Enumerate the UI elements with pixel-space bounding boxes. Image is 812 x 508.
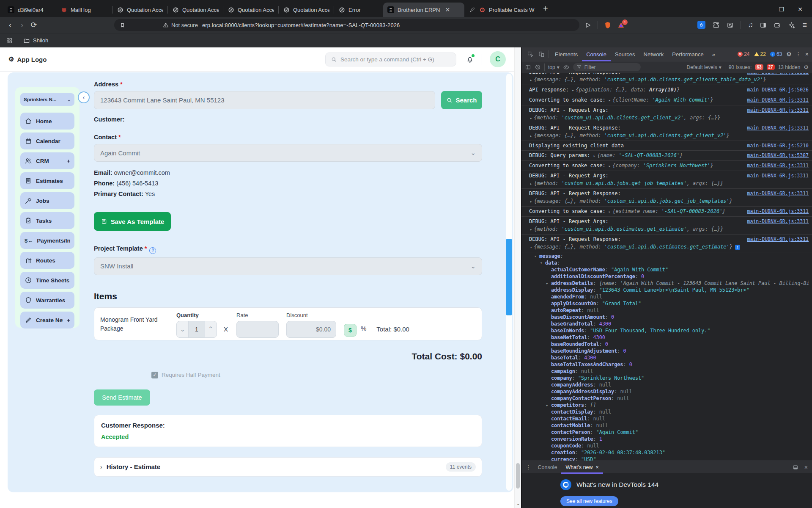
notifications-bell[interactable] (466, 55, 474, 64)
quantity-decrease-button[interactable]: ⌄ (177, 321, 188, 337)
search-button[interactable]: Search (441, 91, 482, 109)
discount-dollar-toggle[interactable]: $ (344, 324, 357, 337)
console-filter-input[interactable]: Filter (573, 63, 641, 71)
object-property[interactable]: companyAddressDisplay: null (529, 388, 809, 395)
object-property[interactable]: baseRoundingAdjustment: 0 (529, 348, 809, 354)
scrollbar-thumb[interactable] (516, 463, 520, 489)
object-property[interactable]: contactEmail: null (529, 415, 809, 422)
forward-button[interactable]: › (16, 21, 28, 30)
apps-grid-icon[interactable] (6, 37, 13, 44)
source-link[interactable]: main-DUBNX-6R.js:3311 (747, 96, 809, 104)
console-object-tree[interactable]: ▾ message: ▾ data:actualCustomerName: "A… (521, 252, 812, 461)
device-toolbar-icon[interactable] (536, 51, 547, 58)
inspect-element-icon[interactable] (525, 51, 536, 58)
expand-arrow-icon[interactable]: ▾ (540, 260, 542, 266)
reload-button[interactable]: ⟳ (28, 20, 40, 30)
address-input[interactable]: 123643 Commit Lane Saint Paul, MN 55123 (94, 91, 435, 109)
see-all-features-button[interactable]: See all new features (560, 496, 618, 506)
source-link[interactable]: main-DUBNX-6R.js:3311 (747, 207, 809, 215)
source-link[interactable]: main-DUBNX-6R.js:3311 (747, 162, 809, 170)
console-message[interactable]: DEBUG: API - Request Response:main-DUBNX… (521, 189, 812, 207)
quantity-increase-button[interactable]: ⌃ (205, 321, 217, 337)
window-minimize-button[interactable]: — (760, 6, 765, 13)
sidebar-item-estimates[interactable]: Estimates (20, 172, 74, 189)
console-message[interactable]: Converting to snake case: ▸{company: 'Sp… (521, 161, 812, 171)
console-message[interactable]: API response: ▸{pagination: {…}, data: A… (521, 85, 812, 95)
console-warnings-badge[interactable]: 22 (754, 51, 766, 57)
browser-tab[interactable]: Error (334, 3, 383, 17)
quantity-value[interactable]: 1 (188, 321, 205, 337)
object-property[interactable]: campaign: null (529, 368, 809, 375)
browser-tab[interactable]: Quotation Accepted (223, 3, 278, 17)
console-message[interactable]: DEBUG: API - Request Args:main-DUBNX-6R.… (521, 217, 812, 235)
expand-arrow-icon[interactable]: ▾ (534, 253, 536, 260)
console-message[interactable]: Converting to snake case: ▸{clientName: … (521, 95, 812, 105)
discount-percent-toggle[interactable]: % (361, 325, 366, 340)
object-property[interactable]: addressDisplay: "123643 Commit Lane<br>\… (529, 287, 809, 293)
object-property[interactable]: baseTotalTaxesAndCharges: 0 (529, 361, 809, 368)
window-close-button[interactable]: ✕ (798, 6, 803, 13)
clear-console-icon[interactable] (535, 64, 541, 70)
browser-tab[interactable]: ΞBrotherton ERPN✕ (383, 3, 464, 17)
sidebar-item-create-new[interactable]: Create New+ (20, 312, 74, 329)
expand-arrow-icon[interactable]: ▾ (530, 245, 532, 249)
console-message[interactable]: DEBUG: API - Request Args:main-DUBNX-6R.… (521, 105, 812, 123)
sidebar-item-payments-in[interactable]: $← Payments/In... (20, 232, 74, 249)
live-expression-eye-icon[interactable] (563, 64, 570, 71)
devtools-menu-icon[interactable]: ⋮ (796, 51, 801, 57)
browser-tab[interactable]: Quotation Accepted (168, 3, 223, 17)
window-restore-button[interactable]: ❐ (779, 6, 785, 13)
source-link[interactable]: main-DUBNX-6R.js:3311 (747, 124, 809, 132)
object-property[interactable]: baseInWords: "USD Four Thousand, Three H… (529, 327, 809, 334)
console-message[interactable]: DEBUG: API - Request Response:main-DUBNX… (521, 123, 812, 141)
expand-arrow-icon[interactable]: ▸ (572, 88, 574, 92)
source-link[interactable]: main-DUBNX-6R.js:5026 (747, 86, 809, 94)
devtools-tab-performance[interactable]: Performance (668, 47, 708, 61)
project-template-select[interactable]: SNW Install ⌄ (94, 257, 482, 275)
sidebar-item-time-sheets[interactable]: Time Sheets (20, 272, 74, 289)
rate-input[interactable] (236, 321, 279, 338)
source-link[interactable]: main-DUBNX-6R.js:5387 (747, 152, 809, 160)
media-icon[interactable]: ♫ (748, 21, 753, 29)
discount-input[interactable]: $0.00 (286, 321, 336, 338)
expand-arrow-icon[interactable]: ▸ (530, 116, 532, 120)
history-section[interactable]: › History - Estimate 11 events (94, 457, 482, 477)
page-scroll-thumb[interactable] (506, 239, 512, 315)
send-estimate-button[interactable]: Send Estimate (94, 389, 150, 406)
new-tab-button[interactable]: + (543, 4, 548, 14)
object-property[interactable]: baseRoundedTotal: 0 (529, 341, 809, 348)
console-message[interactable]: DEBUG: API - Request Response:main-DUBNX… (521, 235, 812, 252)
help-icon[interactable]: ? (149, 247, 156, 254)
drawer-tab-close-icon[interactable]: × (596, 464, 599, 470)
browser-tab[interactable]: Quotation Accepted (279, 3, 334, 17)
console-settings-icon[interactable]: ⚙ (804, 64, 809, 70)
source-link[interactable]: main-DUBNX-6R.js:3311 (747, 106, 809, 114)
browser-tab[interactable]: Ξd3i9ei0ar4 (3, 3, 56, 17)
devtools-close-icon[interactable]: × (805, 51, 809, 58)
object-property[interactable]: baseNetTotal: 4300 (529, 334, 809, 341)
bookmark-folder[interactable]: Shiloh (23, 37, 48, 44)
contact-select[interactable]: Again Commit ⌄ (94, 144, 482, 162)
object-property[interactable]: applyDiscountOn: "Grand Total" (529, 300, 809, 307)
save-as-template-button[interactable]: Save As Template (94, 212, 171, 231)
sidebar-item-calendar[interactable]: Calendar (20, 133, 74, 149)
wallet-icon[interactable] (774, 22, 781, 29)
drawer-tab-whats-new[interactable]: What's new × (561, 461, 603, 474)
browser-tab[interactable]: MailHog (56, 3, 112, 17)
extensions-puzzle-icon[interactable] (712, 21, 720, 29)
browser-tab[interactable]: Quotation Accepted (112, 3, 167, 17)
sidebar-item-tasks[interactable]: Tasks (20, 212, 74, 229)
dock-panel-icon[interactable] (793, 464, 798, 470)
devtools-settings-icon[interactable]: ⚙ (786, 51, 792, 58)
object-property[interactable]: creation: "2026-02-04 08:37:48.038213" (529, 449, 809, 456)
expand-arrow-icon[interactable]: ▸ (530, 78, 532, 82)
brave-shield-icon[interactable] (604, 21, 612, 29)
object-property[interactable]: conversionRate: 1 (529, 436, 809, 442)
app-logo[interactable]: ⚙ App Logo (8, 55, 47, 63)
console-message[interactable]: DEBUG: API - Request Response:main-DUBNX… (521, 73, 812, 85)
sidebar-item-jobs[interactable]: Jobs (20, 192, 74, 209)
scroll-down-arrow[interactable]: ⌄ (516, 501, 520, 506)
object-property[interactable]: baseGrandTotal: 4300 (529, 320, 809, 327)
extension-icon[interactable]: 1 (617, 22, 625, 29)
object-property[interactable]: ▸competitors: [] (529, 402, 809, 409)
